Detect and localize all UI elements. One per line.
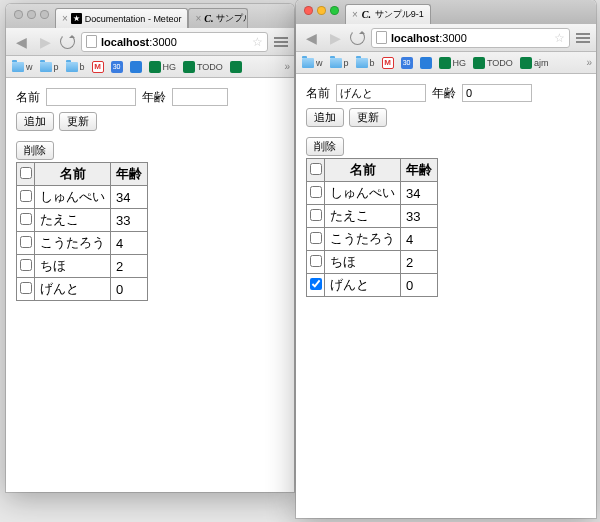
sheet-icon <box>473 57 485 69</box>
tab-documentation[interactable]: × ★ Documentation - Meteor <box>55 8 188 28</box>
age-input[interactable] <box>172 88 228 106</box>
folder-icon <box>12 62 24 72</box>
bookmark-item[interactable]: b <box>354 57 377 69</box>
row-checkbox[interactable] <box>20 236 32 248</box>
bookmark-item[interactable]: M <box>90 60 106 74</box>
folder-icon <box>356 58 368 68</box>
col-age: 年齢 <box>401 159 438 182</box>
row-checkbox[interactable] <box>20 213 32 225</box>
delete-button[interactable]: 削除 <box>306 137 344 156</box>
row-checkbox[interactable] <box>310 232 322 244</box>
folder-icon <box>66 62 78 72</box>
close-window-icon[interactable] <box>304 6 313 15</box>
age-input[interactable] <box>462 84 532 102</box>
menu-icon[interactable] <box>576 33 590 43</box>
bookmark-item[interactable]: HG <box>147 60 179 74</box>
row-checkbox[interactable] <box>20 282 32 294</box>
bookmark-item[interactable]: w <box>10 61 35 73</box>
age-label: 年齢 <box>142 89 166 106</box>
minimize-window-icon[interactable] <box>27 10 36 19</box>
tab-bar: × ★ Documentation - Meteor × C. サンプル <box>6 4 294 28</box>
bookmark-item[interactable] <box>418 56 434 70</box>
close-window-icon[interactable] <box>14 10 23 19</box>
add-button[interactable]: 追加 <box>306 108 344 127</box>
table-row: しゅんぺい34 <box>307 182 438 205</box>
bookmark-star-icon[interactable]: ☆ <box>252 35 263 49</box>
add-button[interactable]: 追加 <box>16 112 54 131</box>
back-button[interactable]: ◀ <box>302 29 320 47</box>
back-button[interactable]: ◀ <box>12 33 30 51</box>
close-tab-icon[interactable]: × <box>62 13 68 24</box>
row-checkbox[interactable] <box>20 259 32 271</box>
bookmark-label: TODO <box>197 62 223 72</box>
folder-icon <box>302 58 314 68</box>
tab-title: サンプル <box>216 12 248 25</box>
gmail-icon: M <box>382 57 394 69</box>
table-row: こうたろう4 <box>307 228 438 251</box>
name-input[interactable] <box>46 88 136 106</box>
bookmarks-bar: wpbM30HGTODOajm» <box>296 52 596 74</box>
cell-name: げんと <box>35 278 111 301</box>
row-checkbox[interactable] <box>310 186 322 198</box>
row-checkbox[interactable] <box>20 190 32 202</box>
address-text: localhost:3000 <box>101 36 177 48</box>
update-button[interactable]: 更新 <box>349 108 387 127</box>
bookmark-item[interactable] <box>228 60 244 74</box>
bookmark-item[interactable]: TODO <box>471 56 515 70</box>
row-checkbox[interactable] <box>310 209 322 221</box>
bookmark-item[interactable]: w <box>300 57 325 69</box>
page-content: 名前 年齢 追加 更新 削除 名前 年齢 しゅんぺい34たえこ33こうたろう4ち… <box>6 78 294 492</box>
page-icon <box>86 35 97 48</box>
select-all-checkbox[interactable] <box>310 163 322 175</box>
bookmark-item[interactable]: ajm <box>518 56 551 70</box>
bookmark-item[interactable]: 30 <box>399 56 415 70</box>
name-input[interactable] <box>336 84 426 102</box>
sheet-icon <box>520 57 532 69</box>
cell-name: たえこ <box>35 209 111 232</box>
bookmark-item[interactable]: p <box>38 61 61 73</box>
form-row: 名前 年齢 <box>16 88 284 106</box>
minimize-window-icon[interactable] <box>317 6 326 15</box>
button-row: 追加 更新 <box>16 112 284 131</box>
row-checkbox[interactable] <box>310 278 322 290</box>
col-name: 名前 <box>35 163 111 186</box>
reload-icon[interactable] <box>350 30 365 45</box>
select-all-checkbox[interactable] <box>20 167 32 179</box>
zoom-window-icon[interactable] <box>40 10 49 19</box>
zoom-window-icon[interactable] <box>330 6 339 15</box>
tab-sample[interactable]: × C. サンプル <box>188 8 248 28</box>
tab-sample91[interactable]: × C. サンプル9-1 <box>345 4 431 24</box>
delete-button[interactable]: 削除 <box>16 141 54 160</box>
cell-name: ちほ <box>35 255 111 278</box>
bookmark-item[interactable]: 30 <box>109 60 125 74</box>
row-checkbox[interactable] <box>310 255 322 267</box>
bookmark-item[interactable]: p <box>328 57 351 69</box>
close-tab-icon[interactable]: × <box>195 13 201 24</box>
bookmarks-overflow-icon[interactable]: » <box>586 57 592 68</box>
bookmark-item[interactable]: b <box>64 61 87 73</box>
cell-name: しゅんぺい <box>325 182 401 205</box>
forward-button[interactable]: ▶ <box>326 29 344 47</box>
address-bar[interactable]: localhost:3000 ☆ <box>371 28 570 48</box>
bookmark-label: b <box>370 58 375 68</box>
toolbar: ◀ ▶ localhost:3000 ☆ <box>6 28 294 56</box>
bookmark-star-icon[interactable]: ☆ <box>554 31 565 45</box>
bookmark-item[interactable]: HG <box>437 56 469 70</box>
bookmark-item[interactable] <box>128 60 144 74</box>
reload-icon[interactable] <box>60 34 75 49</box>
bookmark-item[interactable]: TODO <box>181 60 225 74</box>
data-table: 名前 年齢 しゅんぺい34たえこ33こうたろう4ちほ2げんと0 <box>306 158 438 297</box>
sheet-icon <box>439 57 451 69</box>
toolbar: ◀ ▶ localhost:3000 ☆ <box>296 24 596 52</box>
bookmark-item[interactable]: M <box>380 56 396 70</box>
update-button[interactable]: 更新 <box>59 112 97 131</box>
address-bar[interactable]: localhost:3000 ☆ <box>81 32 268 52</box>
gmail-icon: M <box>92 61 104 73</box>
menu-icon[interactable] <box>274 37 288 47</box>
page-content: 名前 年齢 追加 更新 削除 名前 年齢 しゅんぺい34たえこ33こうたろう4ち… <box>296 74 596 518</box>
table-row: しゅんぺい34 <box>17 186 148 209</box>
close-tab-icon[interactable]: × <box>352 9 358 20</box>
bookmarks-overflow-icon[interactable]: » <box>284 61 290 72</box>
forward-button[interactable]: ▶ <box>36 33 54 51</box>
cell-name: こうたろう <box>35 232 111 255</box>
